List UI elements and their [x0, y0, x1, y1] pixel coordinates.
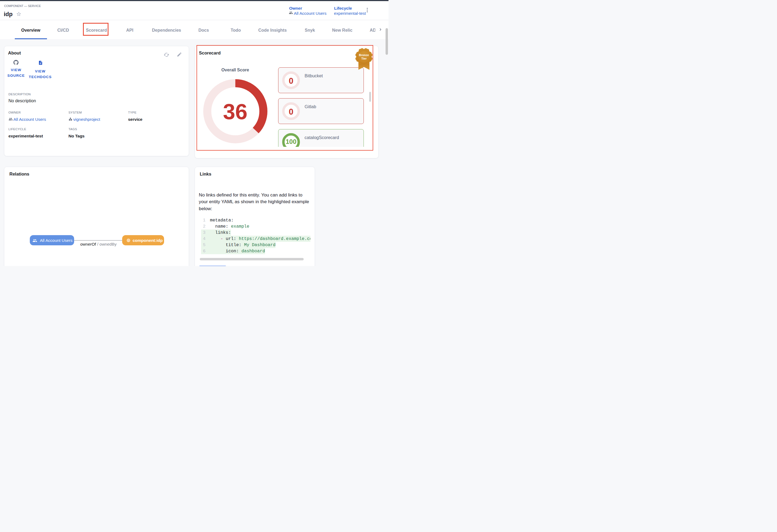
svg-text:Bronze: Bronze	[359, 53, 369, 56]
svg-text:Tier: Tier	[361, 57, 367, 60]
